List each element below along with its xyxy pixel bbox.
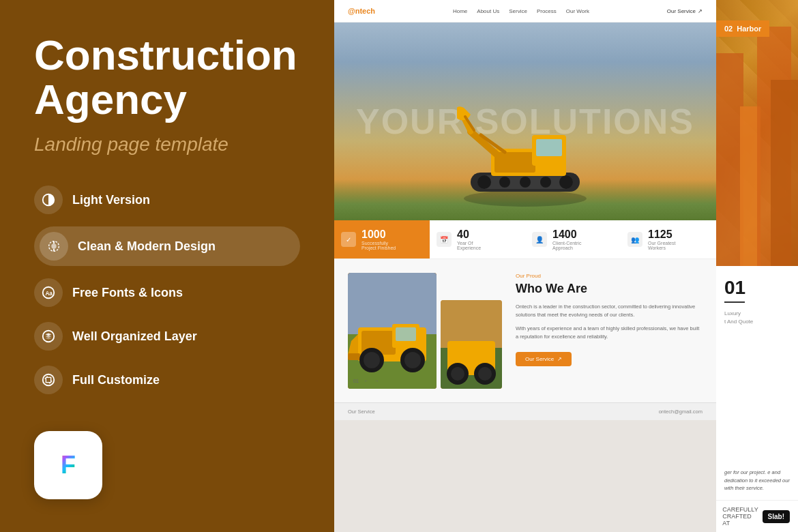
side-building-image: 02 Harbor (716, 0, 798, 266)
luxury-label: Luxury (724, 310, 741, 316)
left-bottom: F (34, 431, 300, 499)
nav-about: About Us (477, 8, 499, 14)
svg-point-19 (520, 177, 531, 188)
stat-workers: 👥 1125 Our GreatestWorkers (621, 220, 716, 258)
building1 (716, 53, 743, 266)
figma-icon-wrapper: F (34, 431, 102, 499)
preview-navbar: @ntech Home About Us Service Process Our… (334, 0, 716, 23)
figma-icon: F (61, 451, 76, 479)
nav-service: Service (509, 8, 527, 14)
brush-icon (40, 232, 68, 261)
side-bottom-number: 01 (724, 277, 790, 299)
svg-point-21 (559, 175, 573, 189)
who-desc2: With years of experience and a team of h… (516, 325, 703, 341)
svg-point-18 (499, 177, 510, 188)
svg-text:Aa: Aa (45, 291, 53, 297)
crafted-label: CAREFULLY CRAFTED AT (722, 506, 758, 527)
layers-icon (34, 322, 63, 351)
half-circle-icon (34, 186, 63, 214)
feature-label-customize: Full Customize (72, 373, 160, 387)
svg-point-39 (364, 352, 380, 368)
side-top-preview: 02 Harbor (716, 0, 798, 266)
feature-label-fonts: Free Fonts & Icons (72, 286, 183, 300)
crop-icon (34, 366, 63, 394)
stat-experience-number: 40 (457, 228, 481, 241)
feature-list: Light Version Clean & Modern Design (34, 183, 300, 397)
svg-rect-25 (536, 139, 562, 156)
left-panel: Construction Agency Landing page templat… (0, 0, 334, 532)
side-bottom-content: 01 Luxury t And Quote (716, 266, 798, 469)
nav-work: Our Work (566, 8, 589, 14)
side-project-badge: 02 Harbor (716, 20, 769, 37)
main-title: Construction Agency (34, 33, 300, 121)
svg-rect-31 (348, 273, 437, 334)
who-proud-label: Our Proud (516, 273, 703, 279)
stat-experience: 📅 40 Year OfExperience (430, 220, 525, 258)
who-we-are-section: 01 ← → (334, 259, 716, 402)
stat-clients-info: 1400 Client-CentricApproach (552, 228, 581, 250)
who-title: Who We Are (516, 282, 703, 296)
building4 (771, 80, 798, 266)
svg-rect-36 (396, 327, 416, 341)
svg-rect-9 (46, 378, 50, 383)
svg-point-41 (404, 352, 421, 368)
crafted-bar: CAREFULLY CRAFTED AT Slab! (716, 500, 798, 532)
nav-logo: @ntech (348, 7, 375, 15)
counter-nav-next[interactable]: → (374, 379, 379, 383)
svg-rect-37 (348, 353, 360, 360)
counter-current: 01 (353, 379, 359, 383)
nav-links: Home About Us Service Process Our Work (453, 8, 589, 14)
nav-cta-button[interactable]: Our Service ↗ (667, 8, 703, 14)
title-line1: Construction (34, 31, 297, 78)
left-top-content: Construction Agency Landing page templat… (34, 33, 300, 397)
stat-workers-info: 1125 Our GreatestWorkers (648, 228, 675, 250)
people-icon: 👥 (627, 232, 642, 247)
counter-nav-prev[interactable]: ← (364, 379, 369, 383)
who-text-content: Our Proud Who We Are Ontech is a leader … (516, 273, 703, 389)
main-website-preview: @ntech Home About Us Service Process Our… (334, 0, 716, 532)
who-image-counter: 01 ← → (353, 379, 379, 383)
nav-cta-label: Our Service (667, 8, 696, 14)
feature-organized-layer: Well Organized Layer (34, 319, 300, 353)
stat-projects: ✓ 1000 SuccessfullyProject Finished (334, 220, 430, 258)
external-link-icon: ↗ (698, 8, 703, 14)
subtitle: Landing page template (34, 134, 300, 156)
preview-footer: Our Service ontech@gmail.com (334, 402, 716, 420)
svg-point-48 (478, 367, 492, 381)
stat-workers-number: 1125 (648, 228, 675, 241)
svg-point-46 (451, 367, 464, 381)
side-tagline-text: t And Quote (724, 319, 753, 325)
footer-service-label: Our Service (348, 409, 375, 415)
side-testimonial-quote: ger for our project. e and dedication to… (716, 469, 798, 500)
feature-light-version: Light Version (34, 183, 300, 217)
svg-point-20 (540, 177, 551, 188)
check-icon: ✓ (341, 232, 356, 247)
side-bottom-divider (724, 301, 745, 303)
stat-experience-label: Year OfExperience (457, 241, 481, 250)
stat-clients: 👤 1400 Client-CentricApproach (525, 220, 621, 258)
nav-home: Home (453, 8, 467, 14)
nav-logo-text: ntech (355, 7, 375, 15)
side-bottom-tagline: Luxury t And Quote (724, 310, 790, 326)
feature-label-clean: Clean & Modern Design (78, 239, 216, 254)
who-service-button[interactable]: Our Service ↗ (516, 352, 572, 366)
feature-label-light: Light Version (72, 193, 150, 207)
slab-badge: Slab! (763, 510, 790, 523)
quote-text: ger for our project. e and dedication to… (724, 469, 790, 491)
preview-hero: YOUR SOLUTIONS (334, 23, 716, 220)
stat-experience-info: 40 Year OfExperience (457, 228, 481, 250)
footer-contact: ontech@gmail.com (659, 409, 703, 415)
nav-logo-prefix: @ (348, 7, 355, 15)
badge-title: Harbor (737, 25, 761, 33)
aa-icon: Aa (34, 278, 63, 307)
arrow-icon: ↗ (557, 356, 562, 362)
badge-number: 02 (724, 25, 733, 33)
title-line2: Agency (34, 76, 187, 123)
person-icon: 👤 (532, 232, 547, 247)
who-images: 01 ← → (348, 273, 502, 389)
who-cta-label: Our Service (525, 356, 554, 362)
feature-label-layers: Well Organized Layer (72, 329, 197, 344)
svg-point-8 (43, 374, 55, 386)
calendar-icon: 📅 (437, 232, 452, 247)
who-secondary-image (441, 300, 502, 389)
